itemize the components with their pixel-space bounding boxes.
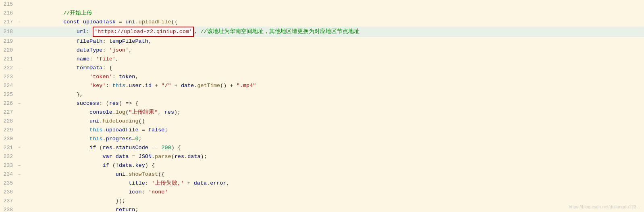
code-content: formData: { bbox=[23, 64, 644, 73]
line-number: 231 bbox=[0, 143, 16, 152]
code-line-237: 237 }); bbox=[0, 197, 644, 206]
code-content: url: 'https://upload-z2.qiniup.com', //该… bbox=[23, 27, 644, 37]
line-number: 227 bbox=[0, 108, 16, 117]
line-number: 217 bbox=[0, 18, 16, 27]
fold-icon[interactable]: − bbox=[16, 143, 23, 152]
code-content: }, bbox=[23, 90, 644, 99]
code-content: title: '上传失败,' + data.error, bbox=[23, 179, 644, 188]
line-number: 225 bbox=[0, 90, 16, 99]
code-content: if (!data.key) { bbox=[23, 161, 644, 170]
line-number: 234 bbox=[0, 170, 16, 179]
code-line-238: 238 return; bbox=[0, 206, 644, 212]
code-content: this.uploadFile = false; bbox=[23, 126, 644, 135]
code-line-217: 217 − const uploadTask = uni.uploadFile(… bbox=[0, 18, 644, 27]
code-line-231: 231 − if (res.statusCode == 200) { bbox=[0, 143, 644, 152]
code-line-229: 229 this.uploadFile = false; bbox=[0, 126, 644, 135]
line-number: 237 bbox=[0, 197, 16, 206]
line-number: 218 bbox=[0, 27, 16, 36]
code-line-218: 218 url: 'https://upload-z2.qiniup.com',… bbox=[0, 27, 644, 37]
line-number: 228 bbox=[0, 117, 16, 126]
code-content: filePath: tempFilePath, bbox=[23, 37, 644, 46]
code-line-232: 232 var data = JSON.parse(res.data); bbox=[0, 152, 644, 161]
fold-icon[interactable]: − bbox=[16, 99, 23, 108]
code-content: name: 'file', bbox=[23, 55, 644, 64]
code-content: uni.showToast({ bbox=[23, 170, 644, 179]
line-number: 221 bbox=[0, 55, 16, 64]
line-number: 229 bbox=[0, 126, 16, 135]
line-number: 216 bbox=[0, 9, 16, 18]
code-content: this.progress=0; bbox=[23, 135, 644, 143]
code-line-235: 235 title: '上传失败,' + data.error, bbox=[0, 179, 644, 188]
watermark: https://blog.csdn.net/duliangdu123... bbox=[569, 202, 640, 211]
fold-icon[interactable]: − bbox=[16, 161, 23, 170]
fold-icon[interactable]: − bbox=[16, 64, 23, 73]
code-line-221: 221 name: 'file', bbox=[0, 55, 644, 64]
code-line-230: 230 this.progress=0; bbox=[0, 135, 644, 143]
code-content: var data = JSON.parse(res.data); bbox=[23, 152, 644, 161]
fold-icon[interactable]: − bbox=[16, 170, 23, 179]
code-line-236: 236 icon: 'none' bbox=[0, 188, 644, 197]
line-number: 236 bbox=[0, 188, 16, 197]
code-line-224: 224 'key': this.user.id + "/" + date.get… bbox=[0, 81, 644, 90]
code-content: console.log("上传结果", res); bbox=[23, 108, 644, 117]
code-line-233: 233 − if (!data.key) { bbox=[0, 161, 644, 170]
code-line-219: 219 filePath: tempFilePath, bbox=[0, 37, 644, 46]
code-editor: 215 216 //开始上传 217 − const uploadTask = … bbox=[0, 0, 644, 212]
code-content: 'token': token, bbox=[23, 73, 644, 81]
line-number: 226 bbox=[0, 99, 16, 108]
code-line-223: 223 'token': token, bbox=[0, 73, 644, 81]
code-content: uni.hideLoading() bbox=[23, 117, 644, 126]
line-number: 224 bbox=[0, 81, 16, 90]
code-line-216: 216 //开始上传 bbox=[0, 9, 644, 18]
code-content: //开始上传 bbox=[23, 9, 644, 18]
code-line-222: 222 − formData: { bbox=[0, 64, 644, 73]
line-number: 235 bbox=[0, 179, 16, 188]
code-content: 'key': this.user.id + "/" + date.getTime… bbox=[23, 81, 644, 90]
code-content: icon: 'none' bbox=[23, 188, 644, 197]
code-line-220: 220 dataType: 'json', bbox=[0, 46, 644, 55]
line-number: 232 bbox=[0, 152, 16, 161]
code-content: success: (res) => { bbox=[23, 99, 644, 108]
line-number: 220 bbox=[0, 46, 16, 55]
code-line-227: 227 console.log("上传结果", res); bbox=[0, 108, 644, 117]
code-content: dataType: 'json', bbox=[23, 46, 644, 55]
line-number: 222 bbox=[0, 64, 16, 73]
line-number: 219 bbox=[0, 37, 16, 46]
line-number: 215 bbox=[0, 0, 16, 9]
line-number: 238 bbox=[0, 206, 16, 212]
line-number: 223 bbox=[0, 73, 16, 81]
line-number: 230 bbox=[0, 135, 16, 143]
code-line-234: 234 − uni.showToast({ bbox=[0, 170, 644, 179]
fold-icon[interactable]: − bbox=[16, 18, 23, 27]
code-content: return; bbox=[23, 206, 644, 212]
code-line-225: 225 }, bbox=[0, 90, 644, 99]
line-number: 233 bbox=[0, 161, 16, 170]
code-content: }); bbox=[23, 197, 644, 206]
code-content: if (res.statusCode == 200) { bbox=[23, 143, 644, 152]
code-line-226: 226 − success: (res) => { bbox=[0, 99, 644, 108]
code-line-215: 215 bbox=[0, 0, 644, 9]
code-content: const uploadTask = uni.uploadFile({ bbox=[23, 18, 644, 27]
code-line-228: 228 uni.hideLoading() bbox=[0, 117, 644, 126]
